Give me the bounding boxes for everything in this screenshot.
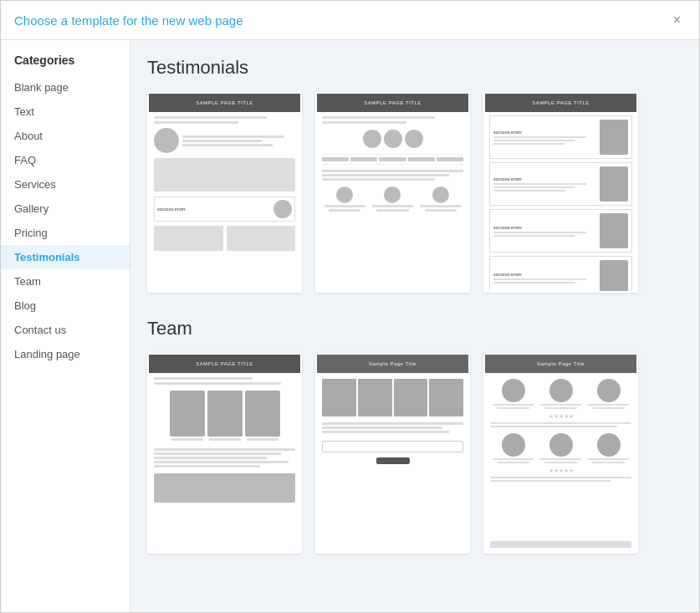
template-preview-t2: SAMPLE PAGE TITLE (317, 94, 468, 291)
categories-heading: Categories (1, 49, 130, 75)
sidebar-item-testimonials[interactable]: Testimonials (1, 245, 130, 269)
tpl-team-header-text-2: Sample Page Title (369, 361, 416, 366)
template-preview-t3: SAMPLE PAGE TITLE SUCCESS STORY (485, 94, 636, 291)
tpl-team-header-text-3: Sample Page Title (537, 361, 585, 366)
tpl-header-3: SAMPLE PAGE TITLE (485, 94, 636, 112)
template-chooser-dialog: Choose a template for the new web page ×… (0, 0, 700, 613)
close-button[interactable]: × (668, 11, 686, 29)
template-card-t2[interactable]: SAMPLE PAGE TITLE (315, 92, 470, 293)
template-card-tm3[interactable]: Sample Page Title (483, 353, 638, 554)
sidebar-item-faq[interactable]: FAQ (1, 148, 130, 172)
main-content: Testimonials SAMPLE PAGE TITLE (130, 40, 699, 612)
sidebar-item-services[interactable]: Services (1, 172, 130, 197)
sidebar-item-text[interactable]: Text (1, 100, 130, 124)
dialog-header: Choose a template for the new web page × (1, 1, 699, 40)
template-card-t3[interactable]: SAMPLE PAGE TITLE SUCCESS STORY (483, 92, 638, 293)
tpl-header-text: SAMPLE PAGE TITLE (196, 100, 253, 105)
testimonials-section: Testimonials SAMPLE PAGE TITLE (147, 57, 682, 293)
sidebar-item-about[interactable]: About (1, 124, 130, 148)
template-card-t1[interactable]: SAMPLE PAGE TITLE (147, 92, 302, 293)
template-preview-tm2: Sample Page Title (317, 355, 468, 552)
dialog-body: Categories Blank pageTextAboutFAQService… (1, 40, 699, 612)
team-templates-grid: SAMPLE PAGE TITLE (147, 353, 682, 554)
dialog-title: Choose a template for the new web page (14, 13, 243, 28)
sidebar-item-blank-page[interactable]: Blank page (1, 75, 130, 100)
team-section-title: Team (147, 318, 682, 340)
tpl-team-header-2: Sample Page Title (317, 355, 468, 373)
tpl-header-text-3: SAMPLE PAGE TITLE (532, 100, 590, 105)
tpl-team-header-text-1: SAMPLE PAGE TITLE (196, 361, 253, 366)
sidebar-item-contact-us[interactable]: Contact us (1, 318, 130, 342)
template-card-tm1[interactable]: SAMPLE PAGE TITLE (147, 353, 302, 554)
tpl-header-text-2: SAMPLE PAGE TITLE (364, 100, 422, 105)
sidebar-item-pricing[interactable]: Pricing (1, 221, 130, 245)
sidebar-item-landing-page[interactable]: Landing page (1, 342, 130, 366)
tpl-team-header-3: Sample Page Title (485, 355, 636, 373)
team-section: Team SAMPLE PAGE TITLE (147, 318, 682, 554)
categories-sidebar: Categories Blank pageTextAboutFAQService… (1, 40, 130, 612)
tpl-team-header-1: SAMPLE PAGE TITLE (149, 355, 300, 373)
testimonials-section-title: Testimonials (147, 57, 682, 79)
template-preview-tm1: SAMPLE PAGE TITLE (149, 355, 300, 552)
template-card-tm2[interactable]: Sample Page Title (315, 353, 470, 554)
sidebar-item-team[interactable]: Team (1, 269, 130, 294)
sidebar-item-blog[interactable]: Blog (1, 294, 130, 318)
sidebar-item-gallery[interactable]: Gallery (1, 197, 130, 221)
template-preview-t1: SAMPLE PAGE TITLE (149, 94, 300, 291)
template-preview-tm3: Sample Page Title (485, 355, 636, 552)
tpl-header: SAMPLE PAGE TITLE (149, 94, 300, 112)
testimonials-templates-grid: SAMPLE PAGE TITLE (147, 92, 682, 293)
tpl-header-2: SAMPLE PAGE TITLE (317, 94, 468, 112)
